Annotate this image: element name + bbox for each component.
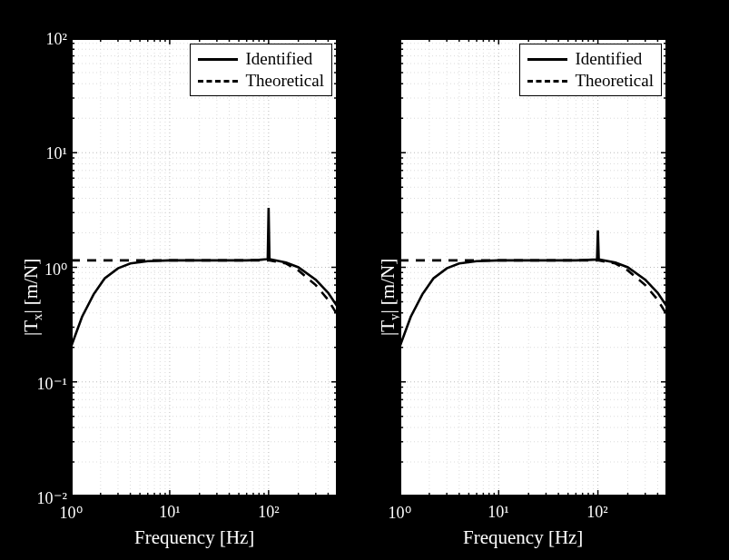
y-axis-label-right: |Ty| [m/N] [377,259,402,336]
ytick-left-1: 10⁻¹ [25,374,67,394]
legend-row-theoretical: Theoretical [198,70,324,92]
ytick-left-3: 10¹ [25,144,67,163]
curve-theoretical-right [399,260,667,316]
chart-svg-right [399,38,667,496]
x-axis-label-left: Frequency [Hz] [134,526,254,549]
xtick-left-1: 10¹ [159,503,180,522]
legend-row-identified: Identified [198,48,324,70]
curve-identified-left [71,208,338,348]
legend-swatch-solid-icon [198,58,238,61]
legend-left: Identified Theoretical [190,44,332,96]
legend-label-theoretical-r: Theoretical [575,71,654,91]
ytick-left-2: 10⁰ [25,260,67,280]
legend-swatch-solid-icon [527,58,567,61]
chart-panel-tx: Identified Theoretical [71,38,338,496]
legend-swatch-dashed-icon [198,80,238,83]
xtick-left-2: 10² [258,503,279,522]
legend-row-identified-r: Identified [527,48,654,70]
curve-identified-right [399,231,667,348]
xtick-right-1: 10¹ [488,503,508,522]
chart-panel-ty: Identified Theoretical [399,38,667,496]
legend-label-theoretical: Theoretical [245,71,324,91]
curve-theoretical-left [71,260,338,316]
chart-svg-left [71,38,338,496]
legend-label-identified: Identified [245,49,312,69]
legend-right: Identified Theoretical [519,44,662,96]
legend-label-identified-r: Identified [575,49,642,69]
xtick-right-2: 10² [586,503,607,522]
ytick-left-4: 10² [25,30,67,49]
legend-swatch-dashed-icon [527,80,567,83]
xtick-right-0: 10⁰ [389,503,411,523]
x-axis-label-right: Frequency [Hz] [463,526,583,549]
legend-row-theoretical-r: Theoretical [527,70,654,92]
xtick-left-0: 10⁰ [60,503,83,523]
